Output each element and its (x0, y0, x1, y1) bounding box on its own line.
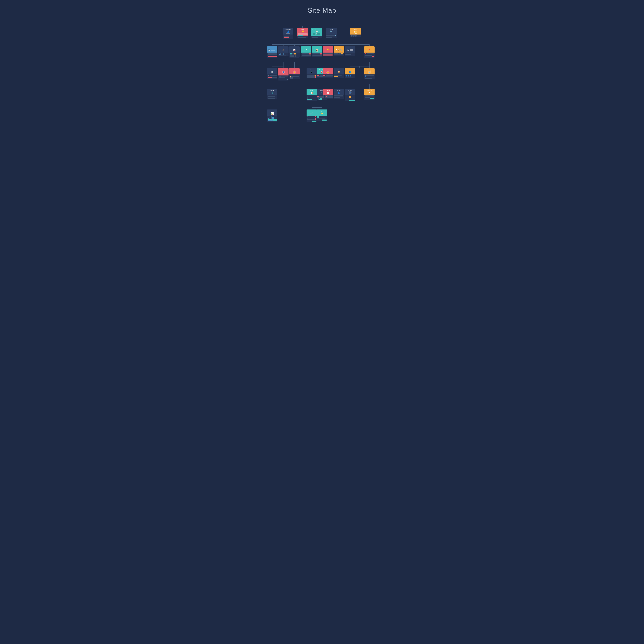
node-message: Message 📧 ⚙ 👤 (364, 68, 375, 79)
connector-lines (267, 19, 377, 155)
node-events: ‹‹ Events 🤝 › (323, 46, 333, 56)
page-title: Site Map (267, 6, 377, 14)
node-biography: ‹ Biography 👤 › B (345, 89, 355, 101)
node-article: Article ⚖ ⊕ (267, 68, 277, 79)
sitemap-container: Registration 👤 Login 🔑 (267, 19, 377, 155)
node-statistics: Statistics 📊 (267, 109, 277, 122)
node-team: Team 👥 👤 👤 👤 (345, 68, 355, 78)
node-shop: ‹ Shop 🖥 › ✏ 🎧 (301, 46, 311, 57)
node-settings: Settings ⚙ (267, 89, 277, 99)
node-contact-form: Contact Form ✉ (364, 89, 375, 100)
node-share: Share 👍 ⟳ 👍 ✉ (350, 28, 361, 37)
node-payment: Payment 💳 💳 (317, 109, 327, 121)
node-services: Services 🛠 📦 🔧 (334, 46, 344, 56)
node-news: News 📰 (267, 46, 277, 58)
node-about-us: About Us 🏛 (345, 46, 355, 56)
node-profile: Profile 👤 ✏ (278, 68, 289, 81)
node-product: Product 📱 (307, 68, 317, 78)
node-cart: Cart 🛒 ✕ ✕ (307, 109, 317, 122)
node-wishlist: Wishlist 📋 (307, 89, 317, 101)
node-delivery: Delivery 📦 (334, 68, 344, 78)
node-contacts: Contacts 📍 📤 (364, 46, 375, 58)
node-event: Event 🤝 (323, 68, 333, 78)
node-support: Support 👤 (334, 89, 344, 99)
node-dashboard: Dashboard ⚙ (278, 46, 289, 56)
node-login: Login 🔑 (297, 28, 308, 38)
node-home: ‹ Home 🏠 › ▣ 📊 ≡ (311, 28, 322, 38)
node-calendar: Calendar 📅 (323, 89, 333, 99)
node-project: Project 💡 ⚙ 📊 ✏ (289, 68, 300, 79)
node-search: Search 🔍 🔍 (326, 28, 337, 38)
node-registration: Registration 👤 (283, 28, 293, 39)
node-sale: Sale 🐷 (312, 46, 322, 57)
page-container: Site Map (264, 3, 380, 160)
node-portfolio: ‹ Portfolio 📊 › ⊕ ⚙ (289, 46, 300, 58)
